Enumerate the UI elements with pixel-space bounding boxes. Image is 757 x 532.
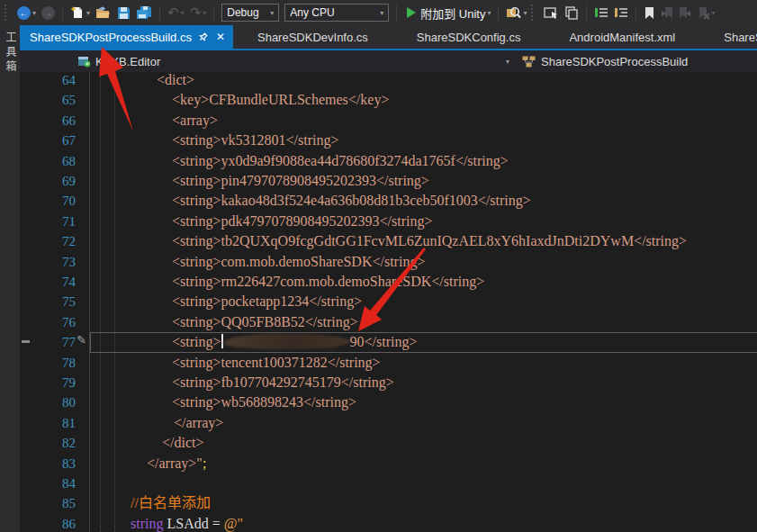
line-number[interactable]: 77 bbox=[22, 332, 76, 352]
line-number[interactable]: 83 bbox=[22, 454, 76, 473]
code-line[interactable]: <string>pocketapp1234</string> bbox=[172, 292, 362, 311]
save-button[interactable] bbox=[115, 2, 132, 23]
member-dropdown[interactable]: ▾ ShareSDKPostProcessBuild bbox=[504, 55, 688, 68]
code-line[interactable]: <string>90</string> bbox=[172, 332, 417, 352]
line-number[interactable]: 69 bbox=[22, 171, 76, 191]
line-number[interactable]: 74 bbox=[22, 272, 76, 292]
toolbox-vertical-tab[interactable]: 工具箱 bbox=[3, 32, 18, 75]
code-line[interactable]: </dict> bbox=[162, 433, 203, 453]
line-number[interactable]: 70 bbox=[22, 191, 76, 211]
line-number[interactable]: 85 bbox=[22, 493, 76, 513]
code-editor[interactable]: ✎ 64656667686970717273747576777879808182… bbox=[20, 72, 757, 532]
pin-icon[interactable] bbox=[196, 30, 211, 44]
attach-to-unity-button[interactable]: 附加到 Unity ▾ bbox=[402, 2, 492, 23]
code-line[interactable]: </array>"; bbox=[147, 454, 206, 473]
increase-indent-button[interactable] bbox=[612, 2, 630, 23]
next-bookmark-button bbox=[677, 2, 693, 23]
tab-label: ShareSDK.cs bbox=[724, 31, 757, 44]
code-line[interactable]: <string>fb107704292745179</string> bbox=[172, 373, 394, 392]
code-line[interactable]: string LSAdd = @" bbox=[131, 514, 243, 532]
line-number[interactable]: 72 bbox=[22, 231, 76, 251]
line-number[interactable]: 73 bbox=[22, 252, 76, 272]
line-number[interactable]: 67 bbox=[22, 131, 76, 150]
new-file-button[interactable]: ▾ bbox=[68, 2, 92, 23]
tab-sharesdkconfig[interactable]: ShareSDKConfig.cs bbox=[392, 25, 545, 49]
tab-sharesdk[interactable]: ShareSDK.cs bbox=[699, 25, 757, 49]
code-token: <string>vk5312801</string> bbox=[172, 132, 338, 148]
toolbar-grip[interactable] bbox=[531, 5, 537, 21]
tab-androidmanifest[interactable]: AndroidManifest.xml bbox=[545, 25, 699, 49]
main-toolbar: ← ▾ → ▾ ↶ ▾ ↷ ▾ bbox=[0, 0, 757, 25]
chevron-down-icon: ▾ bbox=[523, 9, 527, 17]
line-number[interactable]: 86 bbox=[22, 514, 76, 532]
bookmark-icon bbox=[644, 6, 655, 20]
project-dropdown[interactable]: # KYXB.Editor bbox=[20, 55, 160, 68]
line-number[interactable]: 82 bbox=[22, 433, 76, 453]
code-token: <string>kakao48d3f524e4a636b08d81b3ceb50… bbox=[172, 193, 531, 208]
code-token: <string>pdk4797078908495202393</string> bbox=[172, 213, 432, 229]
code-line[interactable]: <string>yx0d9a9f9088ea44d78680f3274da176… bbox=[172, 151, 509, 171]
code-line[interactable]: <string>rm226427com.mob.demoShareSDK</st… bbox=[172, 272, 484, 292]
line-number[interactable]: 65 bbox=[22, 90, 76, 110]
configuration-value: Debug bbox=[227, 6, 258, 19]
clear-bookmarks-button: ▾ bbox=[695, 2, 716, 23]
code-token: <array> bbox=[172, 113, 218, 128]
code-line[interactable]: <string>tb2QUXqO9fcgGdtGG1FcvML6ZunIQzAE… bbox=[172, 231, 687, 251]
code-line[interactable]: <dict> bbox=[157, 70, 194, 90]
toolbar-separator bbox=[62, 5, 63, 21]
line-number[interactable]: 80 bbox=[22, 392, 76, 412]
tab-sharesdkdevinfo[interactable]: ShareSDKDevInfo.cs bbox=[233, 25, 392, 49]
line-number[interactable]: 75 bbox=[22, 292, 76, 311]
navigate-back-button[interactable]: ← ▾ bbox=[15, 2, 38, 23]
chevron-down-icon: ▾ bbox=[203, 9, 206, 17]
line-number[interactable]: 66 bbox=[22, 111, 76, 131]
indent-guide bbox=[100, 72, 101, 532]
copy-reference-button[interactable] bbox=[563, 2, 581, 23]
line-number[interactable]: 71 bbox=[22, 212, 76, 231]
decrease-indent-icon bbox=[594, 6, 608, 19]
solution-configuration-dropdown[interactable]: Debug ▾ bbox=[221, 4, 279, 22]
code-line[interactable]: <string>kakao48d3f524e4a636b08d81b3ceb50… bbox=[172, 191, 531, 211]
code-line[interactable]: <string>vk5312801</string> bbox=[172, 131, 338, 150]
chevron-down-icon: ▾ bbox=[380, 9, 383, 17]
go-to-definition-button[interactable] bbox=[542, 2, 561, 23]
play-icon bbox=[407, 7, 416, 18]
line-number[interactable]: 79 bbox=[22, 373, 76, 392]
tab-sharesdkpostprocessbuild[interactable]: ShareSDKPostProcessBuild.cs ✕ bbox=[20, 25, 233, 49]
toolbar-separator bbox=[159, 5, 160, 21]
code-line[interactable]: <string>wb568898243</string> bbox=[172, 392, 356, 412]
find-in-files-button[interactable]: ▾ bbox=[504, 2, 528, 23]
save-all-button[interactable] bbox=[134, 2, 154, 23]
close-icon[interactable]: ✕ bbox=[216, 31, 225, 43]
new-file-icon bbox=[70, 5, 85, 20]
code-line[interactable]: <string>pin4797078908495202393</string> bbox=[172, 171, 429, 191]
line-number[interactable]: 84 bbox=[22, 473, 76, 493]
code-token: <string>tb2QUXqO9fcgGdtGG1FcvML6ZunIQzAE… bbox=[172, 233, 687, 248]
navigate-forward-button[interactable]: → bbox=[40, 2, 57, 23]
code-line[interactable]: <string>com.mob.demoShareSDK</string> bbox=[172, 252, 425, 272]
line-number[interactable]: 68 bbox=[22, 151, 76, 171]
code-line[interactable]: <string>QQ05FB8B52</string> bbox=[172, 312, 358, 332]
toolbar-grip[interactable] bbox=[5, 5, 11, 21]
line-number[interactable]: 81 bbox=[22, 413, 76, 433]
code-token: <string>pocketapp1234</string> bbox=[172, 293, 362, 309]
line-number[interactable]: 78 bbox=[22, 353, 76, 373]
decrease-indent-button[interactable] bbox=[592, 2, 610, 23]
code-line[interactable]: <array> bbox=[172, 111, 218, 131]
member-name: ShareSDKPostProcessBuild bbox=[541, 55, 688, 68]
code-token: <string>yx0d9a9f9088ea44d78680f3274da176… bbox=[172, 153, 509, 168]
code-line[interactable]: <string>pdk4797078908495202393</string> bbox=[172, 212, 432, 231]
chevron-down-icon: ▾ bbox=[711, 9, 715, 17]
line-number[interactable]: 64 bbox=[22, 70, 76, 90]
code-token: </dict> bbox=[162, 435, 203, 450]
solution-platform-dropdown[interactable]: Any CPU ▾ bbox=[284, 4, 389, 22]
document-tab-strip: ShareSDKPostProcessBuild.cs ✕ ShareSDKDe… bbox=[20, 25, 757, 49]
code-token: <string> bbox=[172, 334, 221, 349]
code-line[interactable]: <string>tencent100371282</string> bbox=[172, 353, 381, 373]
open-file-button[interactable] bbox=[94, 2, 113, 23]
toggle-bookmark-button[interactable] bbox=[642, 2, 657, 23]
line-number[interactable]: 76 bbox=[22, 312, 76, 332]
code-line[interactable]: <key>CFBundleURLSchemes</key> bbox=[172, 90, 389, 110]
code-line[interactable]: //白名单添加 bbox=[131, 493, 211, 513]
code-line[interactable]: </array> bbox=[174, 413, 223, 433]
